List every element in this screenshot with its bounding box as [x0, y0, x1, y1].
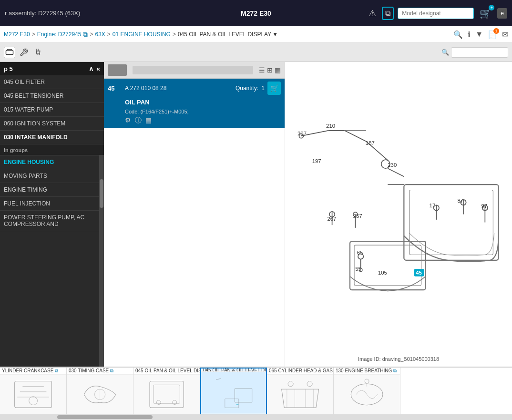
svg-text:97: 97	[481, 203, 487, 209]
barcode-icon[interactable]: ▦	[145, 116, 152, 125]
thumbnail-oil-pan-1[interactable]: 045 OIL PAN & OIL LEVEL DISPLAY ⧉	[133, 368, 200, 414]
svg-text:230: 230	[388, 162, 397, 168]
svg-text:207: 207	[297, 131, 307, 136]
thumbnail-timing[interactable]: 030 TIMING CASE ⧉	[67, 368, 133, 414]
grid-view-icon[interactable]: ⊞	[267, 66, 273, 74]
horizontal-scrollbar[interactable]	[0, 414, 512, 420]
view-mode-icons: ☰ ⊞ ▦	[259, 66, 281, 74]
thumb-img-timing	[67, 375, 133, 414]
engine-copy-icon[interactable]: ⧉	[83, 31, 88, 39]
svg-text:105: 105	[378, 270, 387, 276]
svg-rect-43	[15, 381, 52, 408]
scroll-thumb[interactable]	[57, 415, 153, 419]
assembly-info: r assembly: D272945 (63X)	[5, 10, 367, 17]
svg-rect-19	[404, 184, 498, 260]
svg-point-63	[288, 381, 293, 387]
sidebar-group-moving-parts[interactable]: MOVING PARTS	[0, 169, 99, 183]
thumb-img-engine-breathing	[334, 375, 400, 414]
external-link-icon: ⧉	[55, 368, 58, 374]
search-small-icon: 🔍	[441, 49, 449, 56]
thumb-img-crankcase	[0, 375, 66, 414]
item-actions-45: ⚙ ⓘ ▦	[104, 115, 285, 128]
user-icon-btn[interactable]: e	[497, 8, 507, 19]
alert-icon-btn[interactable]: ⚠	[367, 6, 378, 20]
thumbnail-crankcase[interactable]: YLINDER CRANKCASE ⧉	[0, 368, 67, 414]
sidebar-item-oil-filter[interactable]: 045 OIL FILTER	[0, 75, 104, 89]
thumbnail-engine-breathing[interactable]: 130 ENGINE BREATHING ⧉	[334, 368, 400, 414]
image-id-label: Image ID: drawing_B01045000318	[355, 355, 442, 363]
parts-list-header: ☰ ⊞ ▦	[104, 62, 285, 79]
svg-rect-21	[350, 241, 426, 290]
svg-point-64	[307, 381, 312, 387]
sidebar-group-fuel-injection[interactable]: FUEL INJECTION	[0, 197, 99, 211]
breadcrumb-right-section: 🔍 ℹ ▼ 📄 1 ✉	[453, 30, 508, 39]
mail-icon[interactable]: ✉	[502, 30, 508, 39]
sidebar-item-intake[interactable]: 030 INTAKE MANIFOLD	[0, 131, 104, 144]
sidebar-item-belt-tensioner[interactable]: 045 BELT TENSIONER	[0, 89, 104, 103]
svg-text:65: 65	[357, 250, 363, 256]
sidebar-group-engine-housing[interactable]: ENGINE HOUSING	[0, 155, 99, 169]
tab-engine[interactable]	[4, 47, 15, 58]
tab-wrench[interactable]	[18, 47, 30, 58]
thumbnail-oil-pan-2-active[interactable]: 045 OIL PAN & OIL LEVEL DISPLAY ⧉ 45	[200, 368, 267, 414]
breadcrumb-engine-housing[interactable]: 01 ENGINE HOUSING	[113, 31, 171, 38]
model-designator-search[interactable]	[398, 8, 474, 19]
svg-rect-56	[225, 399, 238, 408]
list-header-bar	[133, 66, 253, 74]
parts-search-input[interactable]	[451, 47, 508, 58]
thumb-img-oil-pan-1	[133, 375, 200, 414]
sidebar-group-power-steering[interactable]: POWER STEERING PUMP, AC COMPRESSOR AND	[0, 211, 99, 231]
svg-point-53	[173, 400, 177, 405]
top-header: r assembly: D272945 (63X) M272 E30 ⚠ ⧉ 🛒…	[0, 0, 512, 26]
tab-plug[interactable]	[32, 47, 44, 58]
add-to-cart-btn[interactable]: 🛒	[267, 82, 281, 95]
current-section-label: 045 OIL PAN & OIL LEVEL DISPLAY	[178, 31, 271, 38]
current-section-dropdown[interactable]: 045 OIL PAN & OIL LEVEL DISPLAY ▼	[178, 31, 278, 38]
thumb-label-engine-breathing: 130 ENGINE BREATHING ⧉	[334, 368, 400, 375]
sidebar-scrollbar[interactable]	[99, 155, 104, 367]
sidebar-header-icons: ∧ «	[89, 65, 100, 72]
sidebar-group-engine-timing[interactable]: ENGINE TIMING	[0, 183, 99, 197]
parts-diagram-svg: 207 210 187 197 230 267 257 17 87 97 65 …	[285, 62, 512, 367]
thumb-label-oil-pan-2: 045 OIL PAN & OIL LEVEL DISPLAY ⧉	[201, 369, 266, 372]
item-header-45: 45 A 272 010 08 28 Quantity: 1 🛒	[104, 79, 285, 98]
svg-rect-22	[354, 245, 421, 286]
svg-point-47	[29, 397, 38, 405]
thumb-label-oil-pan-1: 045 OIL PAN & OIL LEVEL DISPLAY ⧉	[133, 368, 200, 375]
item-code-45: A 272 010 08 28	[125, 85, 166, 92]
thumb-img-oil-pan-2: 45	[201, 372, 266, 414]
info-icon[interactable]: ℹ	[468, 30, 471, 39]
breadcrumb-63x[interactable]: 63X	[95, 31, 105, 38]
svg-text:257: 257	[353, 213, 362, 219]
copy-icon-btn[interactable]: ⧉	[382, 7, 394, 20]
zoom-icon[interactable]: 🔍	[453, 30, 463, 39]
sidebar: p 5 ∧ « 045 OIL FILTER 045 BELT TENSIONE…	[0, 62, 104, 367]
sidebar-expand-icon[interactable]: «	[96, 65, 100, 72]
sidebar-collapse-icon[interactable]: ∧	[89, 65, 93, 72]
filter-icon[interactable]: ▼	[475, 30, 483, 39]
list-view-icon[interactable]: ☰	[259, 66, 265, 74]
thumb-label-timing: 030 TIMING CASE ⧉	[67, 368, 133, 375]
breadcrumb-m272[interactable]: M272 E30	[4, 31, 30, 38]
thumb-label-crankcase: YLINDER CRANKCASE ⧉	[0, 368, 66, 375]
parts-panel: ☰ ⊞ ▦ 45 A 272 010 08 28 Quantity: 1 🛒 O…	[104, 62, 285, 367]
breadcrumb-bar: M272 E30 > Engine: D272945 ⧉ > 63X > 01 …	[0, 26, 512, 43]
breadcrumb-engine[interactable]: Engine: D272945	[37, 31, 82, 38]
svg-text:267: 267	[327, 216, 336, 222]
svg-text:45: 45	[416, 270, 422, 276]
item-description-45: OIL PAN	[104, 98, 285, 108]
doc-notification[interactable]: 📄 1	[488, 30, 497, 39]
detail-view-icon[interactable]: ▦	[275, 66, 281, 74]
sidebar-item-ignition[interactable]: 060 IGNITION SYSTEM	[0, 117, 104, 131]
svg-rect-0	[6, 50, 13, 54]
svg-line-54	[216, 379, 221, 379]
svg-point-52	[156, 400, 161, 405]
sidebar-item-water-pump[interactable]: 015 WATER PUMP	[0, 103, 104, 117]
sidebar-scroll-thumb	[100, 179, 103, 208]
item-number-45: 45	[108, 85, 121, 92]
svg-line-4	[345, 131, 366, 142]
settings-icon[interactable]: ⚙	[125, 116, 131, 125]
info-circle-icon[interactable]: ⓘ	[135, 116, 142, 125]
thumbnail-cylinder-head[interactable]: 065 CYLINDER HEAD & GASKET KIT ⧉	[267, 368, 334, 414]
cart-header-btn[interactable]: 🛒+	[478, 6, 493, 21]
